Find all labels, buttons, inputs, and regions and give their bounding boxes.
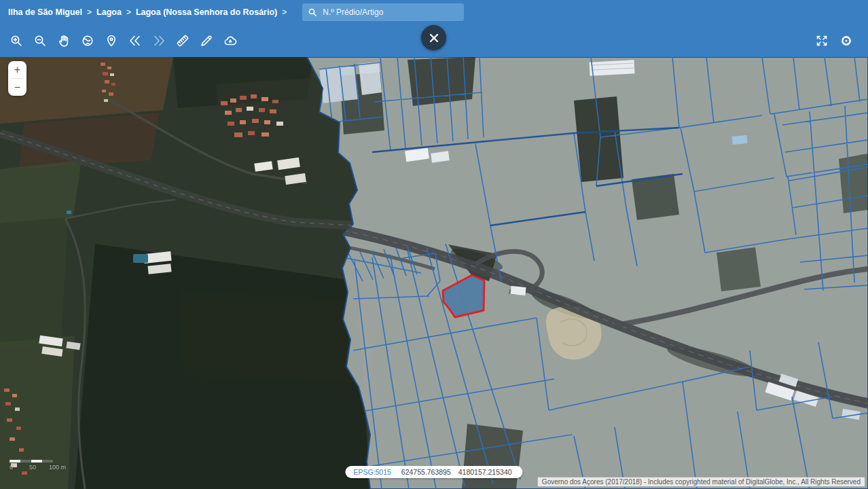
pan-hand-icon[interactable] <box>56 33 72 49</box>
zoom-out-button[interactable]: − <box>8 79 26 96</box>
previous-extent-icon[interactable] <box>127 33 143 49</box>
scale-label: 0 <box>10 464 13 471</box>
map-attribution: Governo dos Açores (2017/2018) - Include… <box>537 477 865 487</box>
breadcrumb-separator: > <box>126 7 131 17</box>
zoom-in-icon[interactable] <box>8 33 24 49</box>
fullscreen-expand-icon[interactable] <box>814 33 830 49</box>
breadcrumb-separator: > <box>87 7 92 17</box>
cadastre-overlay <box>307 57 868 489</box>
search-icon <box>308 7 317 17</box>
draw-pencil-icon[interactable] <box>198 33 215 49</box>
zoom-control: + − <box>8 61 26 96</box>
cloud-export-icon[interactable] <box>222 33 238 49</box>
scale-bar-labels: 0 50 100 m <box>10 464 75 471</box>
breadcrumb-parish[interactable]: Lagoa (Nossa Senhora do Rosário) <box>136 7 277 17</box>
breadcrumb-separator: > <box>282 7 287 17</box>
close-icon <box>422 26 446 50</box>
zoom-in-button[interactable]: + <box>8 61 26 78</box>
measure-ruler-icon[interactable] <box>175 33 191 49</box>
next-extent-icon[interactable] <box>151 33 167 49</box>
search-input[interactable] <box>321 7 458 18</box>
breadcrumb: Ilha de São Miguel > Lagoa > Lagoa (Noss… <box>0 0 868 24</box>
settings-gear-icon[interactable] <box>838 33 854 49</box>
toolbar-right-group <box>810 24 858 57</box>
scale-label: 50 <box>29 464 36 471</box>
breadcrumb-municipality[interactable]: Lagoa <box>96 7 122 17</box>
scale-bar: 0 50 100 m <box>10 460 75 471</box>
zoom-out-icon[interactable] <box>32 33 48 49</box>
map-canvas[interactable] <box>0 57 868 489</box>
scale-label: 100 m <box>49 464 66 471</box>
location-pin-icon[interactable] <box>103 33 120 49</box>
coordinate-status-bar: EPSG:5015 624755.763895 4180157.215340 <box>345 466 522 478</box>
globe-icon[interactable] <box>79 33 96 49</box>
epsg-code[interactable]: EPSG:5015 <box>353 468 391 476</box>
scale-bar-segments <box>10 460 53 463</box>
close-button[interactable] <box>421 25 446 50</box>
northing-value: 4180157.215340 <box>458 468 512 476</box>
breadcrumb-island[interactable]: Ilha de São Miguel <box>8 7 82 17</box>
parcel-search-box[interactable] <box>302 3 464 21</box>
easting-value: 624755.763895 <box>401 468 451 476</box>
